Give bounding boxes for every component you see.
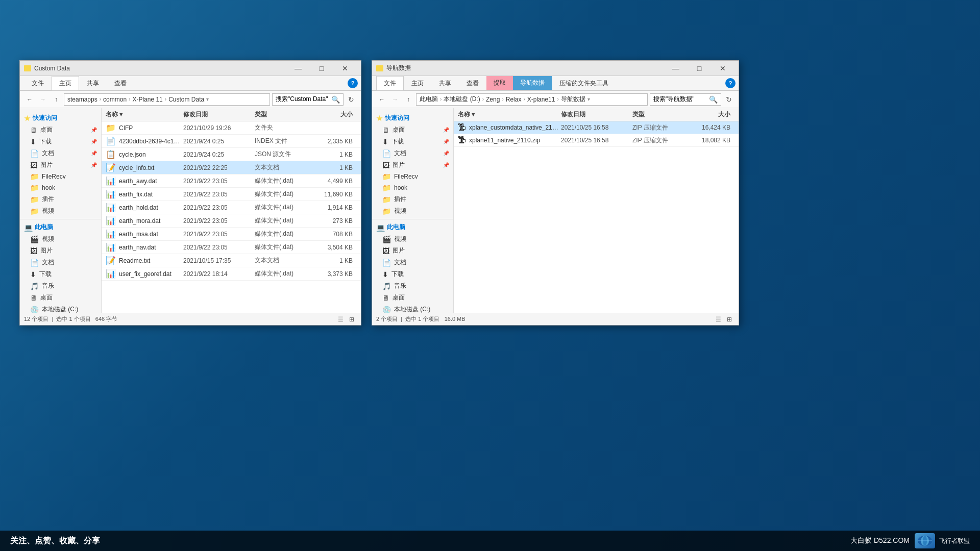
sidebar-item-c-drive-2[interactable]: 💿本地磁盘 (C:) [372,304,453,313]
col-size-1[interactable]: 大小 [316,110,357,119]
tab-file-2[interactable]: 文件 [376,76,404,90]
sidebar-item-pc-docs-2[interactable]: 📄文档 [372,257,453,268]
sidebar-item-pc-videos-2[interactable]: 🎬视频 [372,233,453,245]
back-btn-2[interactable]: ← [376,94,387,105]
file-row-earthmsa[interactable]: 📊 earth_msa.dat 2021/9/22 23:05 媒体文件(.da… [102,228,361,241]
tab-home-2[interactable]: 主页 [404,76,431,90]
sidebar-item-filerecv-2[interactable]: 📁FileRecv [372,171,453,182]
maximize-btn-1[interactable]: □ [310,61,333,76]
file-row-earthfix[interactable]: 📊 earth_fix.dat 2021/9/22 23:05 媒体文件(.da… [102,188,361,201]
sidebar-item-plugins-1[interactable]: 📁插件 [20,193,101,205]
forward-btn-2[interactable]: → [389,94,401,105]
refresh-btn-2[interactable]: ↻ [723,94,734,105]
file-row-xplane11-native[interactable]: 🗜 xplane11_native_2110.zip 2021/10/25 16… [454,134,739,147]
list-view-icon-1[interactable]: ☰ [335,315,346,324]
sidebar-item-docs-2[interactable]: 📄文档 📌 [372,147,453,159]
file-row-json[interactable]: 📋 cycle.json 2021/9/24 0:25 JSON 源文件 1 K… [102,148,361,161]
col-date-2[interactable]: 修改日期 [561,110,632,119]
col-size-2[interactable]: 大小 [694,110,734,119]
sidebar-item-pc-dl-1[interactable]: ⬇下载 [20,268,101,280]
minimize-btn-1[interactable]: — [286,61,310,76]
sidebar-item-desktop-2[interactable]: 🖥桌面 📌 [372,124,453,136]
close-btn-2[interactable]: ✕ [711,61,734,76]
sidebar-item-docs-1[interactable]: 📄文档 📌 [20,147,101,159]
col-name-1[interactable]: 名称 ▾ [106,110,183,119]
sidebar-item-plugins-2[interactable]: 📁插件 [372,193,453,205]
sidebar-header-pc-1[interactable]: 💻 此电脑 [20,221,101,233]
refresh-btn-1[interactable]: ↻ [346,94,357,105]
file-row-xplane-customdata[interactable]: 🗜 xplane_customdata_native_2110.zip 2021… [454,121,739,134]
tab-share-1[interactable]: 共享 [79,76,107,90]
list-view-icon-2[interactable]: ☰ [713,315,723,324]
search-input-2[interactable] [653,96,707,103]
tab-home-1[interactable]: 主页 [52,76,79,90]
col-name-2[interactable]: 名称 ▾ [458,110,561,119]
file-row-earthawy[interactable]: 📊 earth_awy.dat 2021/9/22 23:05 媒体文件(.da… [102,174,361,188]
file-date-earthawy: 2021/9/22 23:05 [183,178,255,185]
grid-view-icon-1[interactable]: ⊞ [347,315,357,324]
explorer-window-1[interactable]: Custom Data — □ ✕ 文件 主页 共享 查看 ? ← → [19,60,361,325]
up-btn-1[interactable]: ↑ [51,94,62,105]
back-btn-1[interactable]: ← [24,94,35,105]
sidebar-item-pc-videos-1[interactable]: 🎬视频 [20,233,101,245]
tab-navdata-2[interactable]: 导航数据 [513,76,552,90]
file-type-earthfix: 媒体文件(.dat) [255,190,316,198]
file-row-userfixgeoref[interactable]: 📊 user_fix_georef.dat 2021/9/22 18:14 媒体… [102,267,361,281]
file-row-earthmora[interactable]: 📊 earth_mora.dat 2021/9/22 23:05 媒体文件(.d… [102,214,361,228]
help-btn-2[interactable]: ? [725,78,736,88]
sidebar-item-download-1[interactable]: ⬇下载 📌 [20,136,101,147]
tab-file-1[interactable]: 文件 [24,76,52,90]
sidebar-item-desktop-1[interactable]: 🖥桌面 📌 [20,124,101,136]
sidebar-item-pc-music-2[interactable]: 🎵音乐 [372,280,453,292]
col-type-1[interactable]: 类型 [255,110,316,119]
sidebar-item-videos-1[interactable]: 📁视频 [20,205,101,217]
tab-ziptools-2[interactable]: 压缩的文件夹工具 [552,76,616,90]
file-row-earthhold[interactable]: 📊 earth_hold.dat 2021/9/22 23:05 媒体文件(.d… [102,201,361,214]
sidebar-item-hook-2[interactable]: 📁hook [372,182,453,193]
sidebar-header-pc-2[interactable]: 💻 此电脑 [372,221,453,233]
sidebar-item-hook-1[interactable]: 📁hook [20,182,101,193]
sidebar-item-pc-dl-2[interactable]: ⬇下载 [372,268,453,280]
sidebar-item-pics-2[interactable]: 🖼图片 📌 [372,159,453,171]
file-row-cifp[interactable]: 📁 CIFP 2021/10/29 19:26 文件夹 [102,121,361,135]
maximize-btn-2[interactable]: □ [688,61,711,76]
sidebar-header-quickaccess-2[interactable]: ★ 快速访问 [372,112,453,124]
tab-view-1[interactable]: 查看 [107,76,134,90]
col-date-1[interactable]: 修改日期 [183,110,255,119]
search-input-1[interactable] [276,96,329,103]
close-btn-1[interactable]: ✕ [333,61,357,76]
sidebar-item-pc-docs-1[interactable]: 📄文档 [20,257,101,268]
search-box-1[interactable]: 🔍 [272,93,344,106]
grid-view-icon-2[interactable]: ⊞ [724,315,734,324]
search-box-2[interactable]: 🔍 [650,93,721,106]
col-type-2[interactable]: 类型 [632,110,694,119]
sidebar-header-quickaccess-1[interactable]: ★ 快速访问 [20,112,101,124]
sidebar-item-pics-1[interactable]: 🖼图片 📌 [20,159,101,171]
file-row-index[interactable]: 📄 4230ddbd-2639-4c16-a7e3-f3d3f442... 20… [102,135,361,148]
sidebar-item-pc-desktop-1[interactable]: 🖥桌面 [20,292,101,304]
file-row-earthnav[interactable]: 📊 earth_nav.dat 2021/9/22 23:05 媒体文件(.da… [102,241,361,254]
forward-btn-1[interactable]: → [37,94,48,105]
tab-view-2[interactable]: 查看 [459,76,486,90]
sidebar-item-pc-pics-1[interactable]: 🖼图片 [20,245,101,257]
sidebar-section-pc-1: 💻 此电脑 🎬视频 🖼图片 📄文档 ⬇下载 [20,221,101,313]
address-path-2[interactable]: 此电脑 › 本地磁盘 (D:) › Zeng › Relax › X-plane… [416,93,648,106]
tab-share-2[interactable]: 共享 [431,76,459,90]
sidebar-item-pc-desktop-2[interactable]: 🖥桌面 [372,292,453,304]
sidebar-item-videos-2[interactable]: 📁视频 [372,205,453,217]
sidebar-item-filerecv-1[interactable]: 📁FileRecv [20,171,101,182]
file-row-cycleinfo[interactable]: 📝 cycle_info.txt 2021/9/22 22:25 文本文档 1 … [102,161,361,174]
sidebar-item-download-2[interactable]: ⬇下载 📌 [372,136,453,147]
file-date-userfixgeoref: 2021/9/22 18:14 [183,270,255,278]
file-size-earthmora: 273 KB [316,217,357,224]
explorer-window-2[interactable]: 导航数据 — □ ✕ 文件 主页 共享 查看 提取 导航数据 压缩的文件夹工具 … [372,60,739,325]
minimize-btn-2[interactable]: — [664,61,688,76]
sidebar-item-pc-pics-2[interactable]: 🖼图片 [372,245,453,257]
help-btn-1[interactable]: ? [348,78,358,88]
address-path-1[interactable]: steamapps › common › X-Plane 11 › Custom… [64,93,270,106]
sidebar-item-c-drive-1[interactable]: 💿本地磁盘 (C:) [20,304,101,313]
up-btn-2[interactable]: ↑ [403,94,414,105]
sidebar-item-pc-music-1[interactable]: 🎵音乐 [20,280,101,292]
file-row-readme[interactable]: 📝 Readme.txt 2021/10/15 17:35 文本文档 1 KB [102,254,361,267]
tab-extract-2[interactable]: 提取 [486,76,513,90]
